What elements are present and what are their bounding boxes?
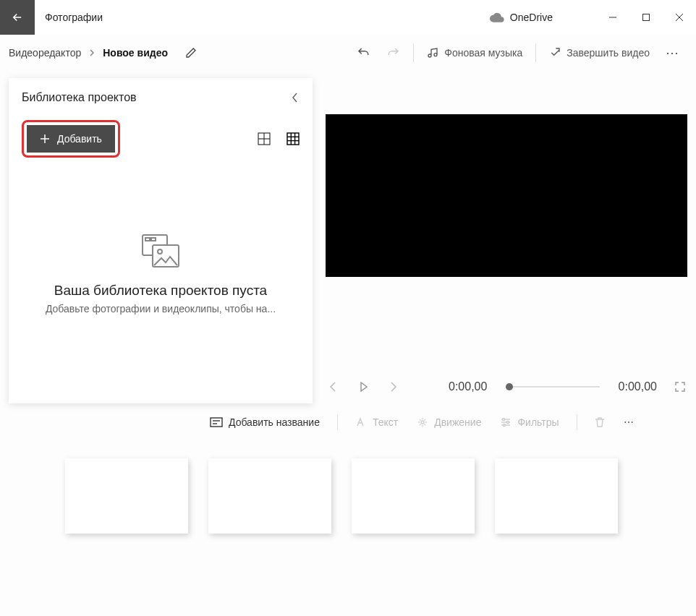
breadcrumb: Видеоредактор Новое видео (9, 47, 168, 59)
text-button: Текст (348, 416, 405, 428)
delete-button (587, 416, 612, 428)
preview-panel: 0:00,00 0:00,00 (326, 78, 687, 403)
title-card-icon (210, 417, 223, 427)
motion-button: Движение (409, 416, 488, 428)
more-button[interactable]: ⋯ (658, 45, 687, 61)
add-button[interactable]: Добавить (27, 125, 115, 153)
svg-rect-1 (643, 14, 650, 21)
finish-video-button[interactable]: Завершить видео (540, 35, 658, 71)
separator (337, 414, 338, 430)
svg-rect-15 (145, 238, 150, 241)
storyboard-slot[interactable] (65, 458, 188, 534)
time-total: 0:00,00 (619, 380, 657, 393)
view-large-grid-button[interactable] (258, 132, 271, 145)
finish-label: Завершить видео (566, 47, 650, 59)
motion-icon (417, 416, 428, 428)
breadcrumb-root[interactable]: Видеоредактор (9, 47, 81, 59)
redo-button (378, 35, 409, 71)
fullscreen-button[interactable] (673, 381, 687, 393)
play-button[interactable] (356, 382, 370, 392)
trash-icon (595, 416, 605, 428)
add-title-label: Добавить название (229, 416, 320, 428)
breadcrumb-current: Новое видео (103, 47, 168, 59)
filters-label: Фильтры (517, 416, 559, 428)
project-library-panel: Библиотека проектов Добавить (9, 78, 313, 403)
minimize-button[interactable] (596, 0, 629, 35)
storyboard-slot[interactable] (208, 458, 331, 534)
filters-button: Фильтры (493, 416, 566, 428)
plus-icon (40, 134, 50, 144)
back-button[interactable] (0, 0, 35, 35)
library-collapse-button[interactable] (291, 93, 300, 103)
empty-title: Ваша библиотека проектов пуста (54, 283, 267, 299)
tutorial-highlight: Добавить (22, 120, 120, 158)
svg-point-22 (421, 421, 424, 424)
seek-slider[interactable] (506, 386, 599, 388)
export-icon (549, 47, 561, 59)
undo-button[interactable] (348, 35, 378, 71)
storyboard-more-button[interactable]: ⋯ (616, 416, 642, 428)
separator (413, 43, 414, 62)
onedrive-label: OneDrive (510, 12, 553, 23)
onedrive-button[interactable]: OneDrive (490, 12, 553, 23)
text-icon (355, 417, 367, 427)
svg-point-28 (504, 424, 506, 427)
close-button[interactable] (663, 0, 696, 35)
separator (577, 414, 577, 430)
time-current: 0:00,00 (449, 380, 487, 393)
prev-frame-button[interactable] (326, 382, 340, 392)
app-title: Фотографии (45, 12, 103, 23)
add-label: Добавить (57, 133, 102, 145)
edit-title-button[interactable] (185, 47, 197, 59)
music-label: Фоновая музыка (444, 47, 522, 59)
motion-label: Движение (434, 416, 481, 428)
storyboard-timeline[interactable] (0, 441, 696, 562)
background-music-button[interactable]: Фоновая музыка (418, 35, 531, 71)
empty-subtitle: Добавьте фотографии и видеоклипы, чтобы … (46, 303, 276, 315)
next-frame-button[interactable] (386, 382, 401, 392)
text-label: Текст (373, 416, 398, 428)
storyboard-slot[interactable] (495, 458, 618, 534)
svg-point-27 (507, 422, 509, 424)
separator (535, 43, 536, 62)
chevron-right-icon (88, 49, 96, 56)
view-small-grid-button[interactable] (287, 132, 300, 145)
music-icon (427, 47, 438, 59)
empty-library-icon (141, 234, 180, 268)
svg-rect-19 (211, 418, 222, 427)
library-title: Библиотека проектов (22, 91, 137, 104)
storyboard-slot[interactable] (352, 458, 475, 534)
svg-point-26 (503, 419, 505, 421)
cloud-icon (490, 12, 504, 22)
filters-icon (500, 417, 512, 427)
maximize-button[interactable] (629, 0, 663, 35)
svg-rect-9 (287, 133, 299, 145)
add-title-card-button[interactable]: Добавить название (203, 416, 327, 428)
video-preview[interactable] (326, 114, 687, 277)
svg-rect-16 (151, 238, 156, 241)
